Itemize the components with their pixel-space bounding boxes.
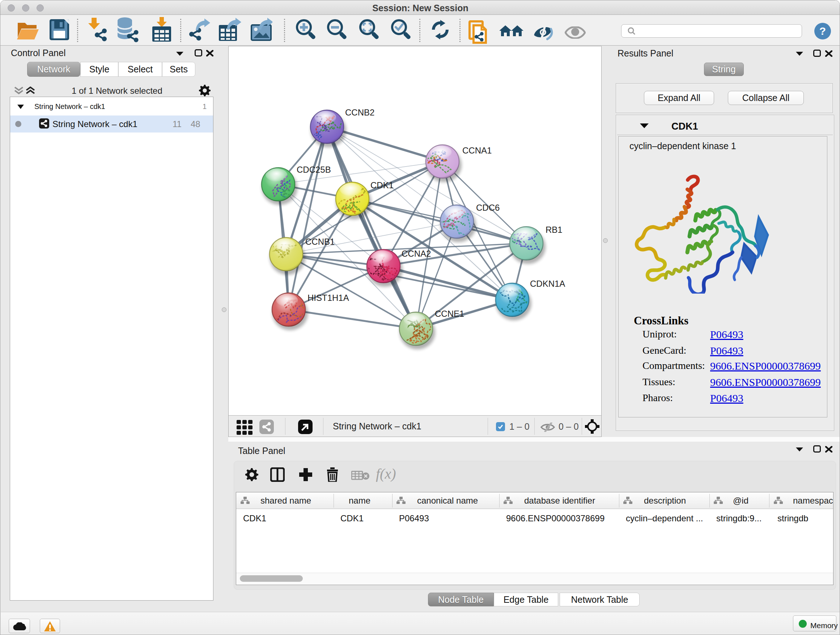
svg-text:CDKN1A: CDKN1A: [530, 279, 565, 288]
svg-text:CCNB2: CCNB2: [345, 108, 374, 117]
svg-text:CDC25B: CDC25B: [297, 165, 331, 174]
svg-text:CDC6: CDC6: [476, 203, 500, 212]
svg-text:RB1: RB1: [546, 225, 562, 234]
svg-text:HIST1H1A: HIST1H1A: [308, 293, 349, 302]
svg-text:CCNE1: CCNE1: [435, 309, 464, 318]
svg-text:CCNA1: CCNA1: [462, 146, 492, 155]
svg-text:CDK1: CDK1: [370, 180, 393, 190]
svg-text:?: ?: [819, 25, 826, 37]
svg-text:CCNA2: CCNA2: [401, 249, 431, 258]
svg-text:CCNB1: CCNB1: [305, 237, 335, 247]
